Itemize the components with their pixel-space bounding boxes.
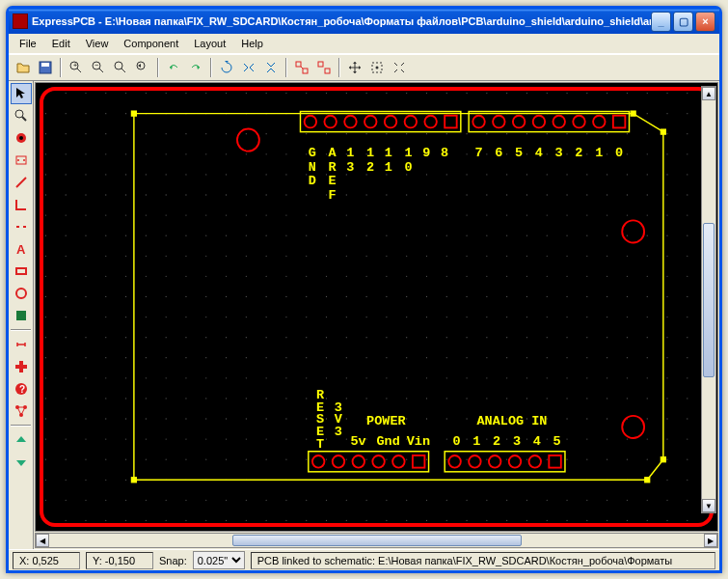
- svg-point-351: [166, 276, 167, 277]
- svg-point-401: [486, 296, 487, 297]
- svg-point-317: [166, 256, 167, 257]
- svg-point-773: [446, 520, 447, 521]
- layer-down-button[interactable]: [11, 452, 32, 473]
- svg-point-237: [607, 194, 607, 195]
- hscroll-thumb[interactable]: [232, 535, 522, 546]
- pad-tool[interactable]: [11, 127, 32, 149]
- svg-point-663: [285, 459, 286, 460]
- svg-rect-1: [41, 63, 49, 67]
- titlebar[interactable]: ExpressPCB - E:\Новая папка\FIX_RW_SDCAR…: [9, 9, 719, 34]
- svg-point-521: [166, 377, 167, 378]
- scroll-left-button[interactable]: ◀: [36, 534, 49, 547]
- svg-point-784: [666, 520, 667, 521]
- svg-point-52: [306, 93, 307, 94]
- svg-point-461: [326, 337, 327, 338]
- ungroup-button[interactable]: [313, 57, 335, 78]
- svg-point-295: [406, 235, 407, 236]
- svg-point-172: [666, 153, 667, 154]
- minimize-button[interactable]: _: [651, 12, 671, 32]
- canvas-viewport[interactable]: GNDAREF131211109876543210RESET3V35vGndVi…: [35, 82, 718, 532]
- open-button[interactable]: [13, 57, 34, 78]
- svg-text:5: 5: [553, 434, 560, 449]
- svg-point-644: [586, 438, 587, 439]
- svg-text:0: 0: [615, 146, 623, 160]
- svg-point-50: [266, 93, 267, 94]
- svg-point-315: [125, 256, 126, 257]
- menu-layout[interactable]: Layout: [187, 36, 232, 51]
- svg-point-186: [266, 174, 267, 175]
- svg-point-124: [386, 133, 387, 134]
- zoom-tool[interactable]: [11, 105, 32, 126]
- scroll-right-button[interactable]: ▶: [704, 534, 717, 547]
- menu-file[interactable]: File: [13, 36, 43, 51]
- scroll-down-button[interactable]: ▼: [702, 499, 715, 512]
- net-tool[interactable]: [11, 400, 32, 422]
- svg-point-670: [426, 459, 427, 460]
- vscroll-thumb[interactable]: [703, 223, 715, 377]
- scroll-up-button[interactable]: ▲: [702, 87, 715, 100]
- rotate-button[interactable]: [216, 57, 237, 78]
- svg-point-591: [205, 418, 206, 419]
- zoom-in-button[interactable]: +: [66, 57, 87, 78]
- menu-view[interactable]: View: [79, 36, 116, 51]
- highlight-tool[interactable]: [11, 356, 32, 377]
- svg-point-457: [246, 337, 247, 338]
- undo-button[interactable]: [163, 57, 184, 78]
- svg-point-498: [386, 357, 387, 358]
- svg-point-362: [386, 276, 387, 277]
- svg-point-717: [687, 480, 688, 481]
- svg-rect-789: [661, 128, 666, 134]
- svg-point-614: [666, 418, 667, 419]
- svg-point-246: [105, 214, 106, 215]
- menu-component[interactable]: Component: [117, 36, 185, 51]
- svg-point-786: [707, 520, 708, 521]
- circle-tool[interactable]: [11, 283, 32, 304]
- layer-up-button[interactable]: [11, 429, 32, 451]
- menu-edit[interactable]: Edit: [45, 36, 77, 51]
- pointer-tool[interactable]: [11, 83, 32, 104]
- snap-button[interactable]: [366, 57, 388, 78]
- expand-button[interactable]: [389, 57, 410, 78]
- trace-tool[interactable]: [11, 172, 32, 193]
- move-button[interactable]: [344, 57, 365, 78]
- svg-point-667: [365, 459, 366, 460]
- redo-button[interactable]: [185, 57, 206, 78]
- svg-point-611: [607, 418, 607, 419]
- component-tool[interactable]: [11, 150, 32, 171]
- text-tool[interactable]: A: [11, 238, 32, 260]
- close-button[interactable]: ×: [695, 12, 715, 32]
- svg-point-626: [226, 438, 227, 439]
- svg-point-49: [246, 93, 247, 94]
- svg-point-653: [85, 459, 86, 460]
- save-button[interactable]: [35, 57, 56, 78]
- zoom-out-button[interactable]: −: [88, 57, 109, 78]
- svg-point-771: [406, 520, 407, 521]
- info-tool[interactable]: ?: [11, 378, 32, 400]
- zoom-fit-button[interactable]: [110, 57, 131, 78]
- svg-point-111: [125, 133, 126, 134]
- svg-rect-33: [19, 361, 23, 372]
- horizontal-scrollbar[interactable]: ◀ ▶: [35, 533, 718, 548]
- pcb-canvas[interactable]: GNDAREF131211109876543210RESET3V35vGndVi…: [36, 83, 717, 531]
- flip-h-button[interactable]: [238, 57, 259, 78]
- svg-point-384: [146, 296, 147, 297]
- zoom-prev-button[interactable]: [132, 57, 153, 78]
- flip-v-button[interactable]: [260, 57, 282, 78]
- svg-point-491: [246, 357, 247, 358]
- snap-select[interactable]: 0.025": [193, 551, 245, 569]
- svg-point-307: [647, 235, 648, 236]
- rect-tool[interactable]: [11, 261, 32, 282]
- corner-tool[interactable]: [11, 194, 32, 215]
- fill-tool[interactable]: [11, 305, 32, 326]
- maximize-button[interactable]: ▢: [673, 12, 693, 32]
- link-tool[interactable]: [11, 334, 32, 355]
- svg-point-430: [386, 317, 387, 317]
- disconnect-tool[interactable]: [11, 216, 32, 237]
- svg-point-435: [486, 317, 487, 317]
- vertical-scrollbar[interactable]: ▲ ▼: [701, 86, 716, 513]
- svg-point-278: [66, 235, 67, 236]
- menu-help[interactable]: Help: [234, 36, 270, 51]
- group-button[interactable]: [291, 57, 312, 78]
- svg-point-323: [285, 256, 286, 257]
- svg-point-427: [326, 317, 327, 317]
